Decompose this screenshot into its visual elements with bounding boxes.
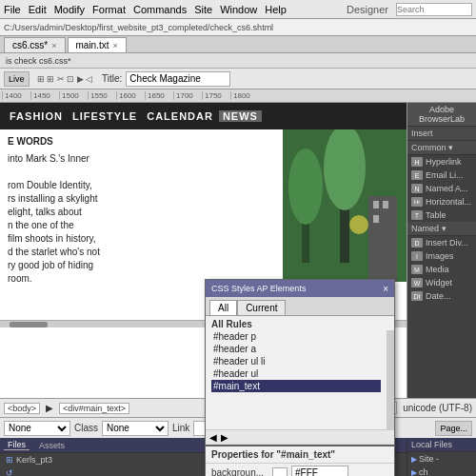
menu-format[interactable]: Format [92, 4, 126, 15]
css-nav-prev-icon[interactable]: ◀ [209, 432, 217, 443]
adobe-item-named[interactable]: N Named A... [407, 182, 476, 195]
article-title: E WORDS [8, 135, 164, 149]
adobe-item-hyperlink[interactable]: H Hyperlink [407, 155, 476, 169]
address-path: C:/Users/admin/Desktop/first_website_pt3… [4, 23, 273, 32]
class-select[interactable]: None [102, 421, 169, 436]
format-select[interactable]: None [4, 421, 70, 436]
local-file-site[interactable]: ▶ Site - [407, 452, 476, 466]
css-tab-all[interactable]: All [209, 300, 237, 315]
css-rule-header-ul-li[interactable]: #header ul li [211, 355, 381, 367]
encoding-label: unicode (UTF-8) [403, 403, 472, 413]
css-rule-header-ul[interactable]: #header ul [211, 367, 381, 380]
insert-label: Insert [411, 129, 433, 138]
adobe-item-media[interactable]: M Media [407, 263, 476, 276]
file-icon-refresh: ↺ [6, 468, 13, 476]
css-nav-next-icon[interactable]: ▶ [221, 432, 228, 443]
props-key-background: backgroun... [211, 467, 268, 476]
media-icon: M [411, 265, 423, 274]
menu-window[interactable]: Window [220, 4, 257, 15]
menu-commands[interactable]: Commands [133, 4, 187, 15]
adobe-item-insertdiv[interactable]: D Insert Div... [407, 236, 476, 249]
css-rule-header-a[interactable]: #header a [211, 343, 381, 355]
svg-rect-6 [373, 201, 379, 208]
adobe-panel-title: Adobe BrowserLab [407, 103, 476, 127]
svg-rect-8 [373, 215, 379, 223]
adobe-item-date[interactable]: Dt Date... [407, 289, 476, 303]
close-tab-css-icon[interactable]: × [51, 41, 56, 50]
live-button[interactable]: Live [4, 71, 30, 87]
props-value-background[interactable] [291, 466, 348, 476]
file-panel-tab-files[interactable]: Files [4, 440, 30, 450]
common-header[interactable]: Common ▾ [407, 141, 476, 155]
menu-file[interactable]: File [4, 4, 21, 15]
menu-modify[interactable]: Modify [54, 4, 85, 15]
named-section-label: Named ▾ [411, 224, 446, 233]
css-panel-header: CSS Styles AP Elements × [206, 280, 394, 297]
article-body5: film shoots in history, [8, 232, 164, 246]
css-panel-tabs: All Current [206, 297, 394, 316]
adobe-item-table[interactable]: T Table [407, 208, 476, 222]
date-label: Date... [426, 291, 451, 301]
local-file-label-site: Site - [419, 454, 439, 464]
title-label: Title: [102, 73, 122, 84]
local-file-ch[interactable]: ▶ ch [407, 466, 476, 476]
status-tag-body[interactable]: <body> [4, 403, 40, 414]
hyperlink-label: Hyperlink [426, 157, 462, 167]
article-text: E WORDS into Mark S.'s Inner rom Double … [0, 129, 171, 291]
email-label: Email Li... [426, 170, 464, 180]
svg-rect-5 [368, 196, 397, 282]
app-title: Designer [347, 4, 388, 15]
adobe-panel: Adobe BrowserLab Insert Common ▾ H Hyper… [407, 103, 476, 398]
horizontal-icon: Hr [411, 197, 423, 207]
css-scrollbar[interactable] [387, 330, 394, 429]
status-tag-div[interactable]: <div#main_text> [59, 403, 129, 414]
ruler-ticks: 1400 1450 1500 1550 1600 1650 1700 1750 … [0, 91, 259, 100]
nav-calendar[interactable]: CALENDAR [143, 110, 217, 122]
props-row-background: backgroun... [206, 464, 394, 476]
named-header[interactable]: Named ▾ [407, 222, 476, 236]
title-input[interactable] [126, 71, 230, 87]
menu-help[interactable]: Help [265, 4, 287, 15]
tab-main[interactable]: main.txt × [68, 37, 127, 52]
props-swatch-background[interactable] [272, 467, 288, 477]
widget-label: Widget [426, 278, 452, 288]
table-icon: T [411, 210, 423, 220]
css-rule-main-text[interactable]: #main_text [211, 380, 381, 392]
nav-fashion[interactable]: FASHION [6, 110, 67, 122]
class-label: Class [74, 423, 98, 433]
horizontal-label: Horizontal... [426, 197, 471, 207]
nav-news[interactable]: NEWS [219, 110, 262, 122]
main-area: FASHION LIFESTYLE CALENDAR NEWS E WORDS … [0, 103, 476, 398]
menu-site[interactable]: Site [194, 4, 212, 15]
scrollbar-thumb[interactable] [10, 322, 48, 327]
named-icon: N [411, 184, 423, 193]
search-input[interactable] [396, 3, 472, 16]
css-panel-close-icon[interactable]: × [383, 284, 388, 294]
date-icon: Dt [411, 291, 423, 301]
insert-header: Insert [407, 127, 476, 141]
ruler: 1400 1450 1500 1550 1600 1650 1700 1750 … [0, 89, 476, 103]
file-icon-kerls: ⊞ [6, 455, 13, 465]
local-file-arrow-1: ▶ [411, 455, 417, 464]
nav-lifestyle[interactable]: LIFESTYLE [69, 110, 141, 122]
adobe-item-horizontal[interactable]: Hr Horizontal... [407, 195, 476, 208]
adobe-item-widget[interactable]: W Widget [407, 276, 476, 289]
close-tab-main-icon[interactable]: × [113, 41, 118, 50]
article-body6: d the starlet who's not [8, 246, 164, 259]
menu-edit[interactable]: Edit [29, 4, 47, 15]
insertdiv-label: Insert Div... [426, 238, 468, 248]
page-button[interactable]: Page... [435, 421, 472, 436]
tab-css[interactable]: cs6.css* × [4, 37, 66, 52]
table-label: Table [426, 210, 446, 220]
editor-image [283, 129, 407, 282]
email-icon: E [411, 170, 423, 180]
adobe-item-images[interactable]: I Images [407, 249, 476, 263]
article-body7: ry good job of hiding [8, 259, 164, 272]
css-rule-header-p[interactable]: #header p [211, 330, 381, 343]
insertdiv-icon: D [411, 238, 423, 248]
css-panel: CSS Styles AP Elements × All Current All… [205, 279, 395, 446]
css-tab-current[interactable]: Current [237, 300, 286, 315]
file-panel-tab-assets[interactable]: Assets [35, 441, 69, 450]
widget-icon: W [411, 278, 423, 288]
adobe-item-email[interactable]: E Email Li... [407, 169, 476, 182]
